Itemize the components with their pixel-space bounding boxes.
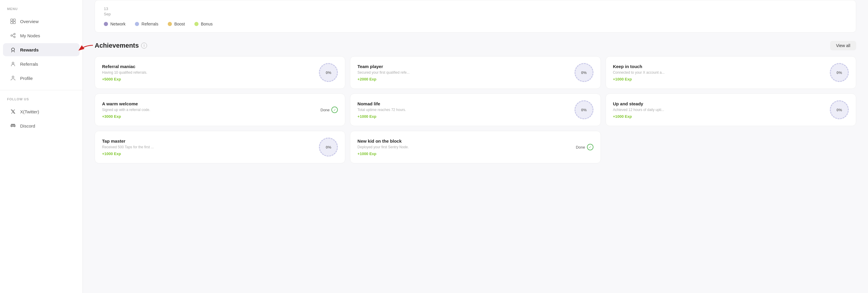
twitter-label: X(Twitter) xyxy=(20,109,39,114)
achievement-info: A warm welcome Signed up with a referral… xyxy=(102,101,320,119)
my-nodes-label: My Nodes xyxy=(20,33,40,38)
achievement-desc: Secured your first qualified refe... xyxy=(358,70,416,75)
achievement-name: Referral maniac xyxy=(102,64,319,69)
achievement-exp: +1000 Exp xyxy=(102,151,319,156)
svg-point-9 xyxy=(11,48,14,51)
referrals-icon xyxy=(10,61,16,67)
achievement-desc: Achieved 12 hours of daily upti... xyxy=(613,108,672,112)
achievements-title-row: Achievements i xyxy=(95,42,147,50)
svg-line-8 xyxy=(12,36,14,37)
achievement-name: Up and steady xyxy=(613,101,830,106)
done-label: Done xyxy=(320,108,330,112)
achievement-card-nomad-life: Nomad life Total uptime reaches 72 hours… xyxy=(350,93,600,126)
achievement-desc: Received 500 Taps for the first ... xyxy=(102,145,161,149)
network-label: Network xyxy=(110,22,125,26)
profile-label: Profile xyxy=(20,76,33,81)
progress-circle: 0% xyxy=(830,63,849,82)
achievement-info: Team player Secured your first qualified… xyxy=(358,64,574,81)
info-icon[interactable]: i xyxy=(141,42,147,49)
achievement-name: Team player xyxy=(358,64,574,69)
achievements-header: Achievements i View all xyxy=(95,41,856,50)
achievement-info: Up and steady Achieved 12 hours of daily… xyxy=(613,101,830,119)
achievements-title: Achievements xyxy=(95,42,139,50)
view-all-button[interactable]: View all xyxy=(830,41,856,50)
overview-label: Overview xyxy=(20,19,39,24)
achievement-card-new-kid: New kid on the block Deployed your first… xyxy=(350,131,600,164)
svg-point-5 xyxy=(14,33,16,35)
x-twitter-icon xyxy=(10,109,16,115)
achievement-desc: Connected to your X account a... xyxy=(613,70,672,75)
rewards-icon xyxy=(10,47,16,53)
legend-network: Network xyxy=(104,22,125,26)
achievement-name: New kid on the block xyxy=(358,139,576,144)
discord-icon xyxy=(10,123,16,129)
discord-label: Discord xyxy=(20,123,35,128)
sidebar-item-overview[interactable]: Overview xyxy=(3,15,80,28)
svg-point-12 xyxy=(12,76,14,78)
svg-rect-1 xyxy=(13,19,16,21)
achievement-desc: Having 10 qualified referrals. xyxy=(102,70,161,75)
done-badge: Done ✓ xyxy=(320,107,338,113)
follow-us-label: FOLLOW US xyxy=(0,97,83,105)
profile-icon xyxy=(10,75,16,81)
progress-circle: 0% xyxy=(319,63,338,82)
referrals-label: Referrals xyxy=(20,62,38,67)
svg-line-7 xyxy=(12,34,14,35)
achievement-name: Nomad life xyxy=(358,101,574,106)
done-check-icon: ✓ xyxy=(331,107,338,113)
achievement-name: Keep in touch xyxy=(613,64,830,69)
achievement-card-up-and-steady: Up and steady Achieved 12 hours of daily… xyxy=(606,93,856,126)
svg-point-4 xyxy=(11,35,12,36)
achievement-info: Keep in touch Connected to your X accoun… xyxy=(613,64,830,81)
network-dot xyxy=(104,22,108,26)
menu-label: MENU xyxy=(0,7,83,14)
sidebar-item-twitter[interactable]: X(Twitter) xyxy=(3,105,80,118)
achievement-desc: Signed up with a referral code. xyxy=(102,108,161,112)
nodes-icon xyxy=(10,33,16,38)
svg-point-6 xyxy=(14,36,16,38)
achievement-info: Tap master Received 500 Taps for the fir… xyxy=(102,139,319,156)
progress-circle: 0% xyxy=(575,100,593,119)
chart-date: 13 Sep xyxy=(104,6,847,17)
bonus-label: Bonus xyxy=(201,22,213,26)
grid-icon xyxy=(10,18,16,24)
achievement-desc: Deployed your first Sentry Node. xyxy=(358,145,416,149)
sidebar-item-rewards[interactable]: Rewards xyxy=(3,43,80,56)
legend-referrals: Referrals xyxy=(135,22,158,26)
referrals-dot xyxy=(135,22,139,26)
achievement-exp: +1000 Exp xyxy=(613,77,830,81)
chart-legend-row: Network Referrals Boost Bonus xyxy=(104,22,847,26)
achievement-name: A warm welcome xyxy=(102,101,320,106)
sidebar-item-my-nodes[interactable]: My Nodes xyxy=(3,29,80,42)
achievements-grid: Referral maniac Having 10 qualified refe… xyxy=(95,56,856,164)
main-content: 13 Sep Network Referrals Boost xyxy=(83,0,868,293)
achievement-info: New kid on the block Deployed your first… xyxy=(358,139,576,156)
chart-legend-area: 13 Sep Network Referrals Boost xyxy=(95,0,856,33)
sidebar-item-profile[interactable]: Profile xyxy=(3,71,80,85)
achievement-info: Referral maniac Having 10 qualified refe… xyxy=(102,64,319,81)
achievement-card-referral-maniac: Referral maniac Having 10 qualified refe… xyxy=(95,56,345,89)
done-label: Done xyxy=(576,145,585,149)
achievement-card-keep-in-touch: Keep in touch Connected to your X accoun… xyxy=(606,56,856,89)
progress-circle: 0% xyxy=(830,100,849,119)
svg-point-11 xyxy=(12,62,14,64)
achievement-exp: +2000 Exp xyxy=(358,77,574,81)
progress-circle: 0% xyxy=(575,63,593,82)
achievement-exp: +1000 Exp xyxy=(358,114,574,119)
achievement-name: Tap master xyxy=(102,139,319,144)
achievement-card-tap-master: Tap master Received 500 Taps for the fir… xyxy=(95,131,345,164)
progress-circle: 0% xyxy=(319,138,338,156)
achievement-exp: +1000 Exp xyxy=(613,114,830,119)
achievement-info: Nomad life Total uptime reaches 72 hours… xyxy=(358,101,574,119)
svg-rect-3 xyxy=(13,22,16,24)
boost-dot xyxy=(168,22,172,26)
legend-boost: Boost xyxy=(168,22,185,26)
sidebar-item-discord[interactable]: Discord xyxy=(3,119,80,132)
legend-bonus: Bonus xyxy=(194,22,213,26)
achievement-card-team-player: Team player Secured your first qualified… xyxy=(350,56,600,89)
sidebar-item-referrals[interactable]: Referrals xyxy=(3,57,80,70)
referrals-chart-label: Referrals xyxy=(142,22,158,26)
achievement-exp: +5000 Exp xyxy=(102,77,319,81)
svg-rect-0 xyxy=(11,19,13,21)
rewards-label: Rewards xyxy=(20,47,39,52)
